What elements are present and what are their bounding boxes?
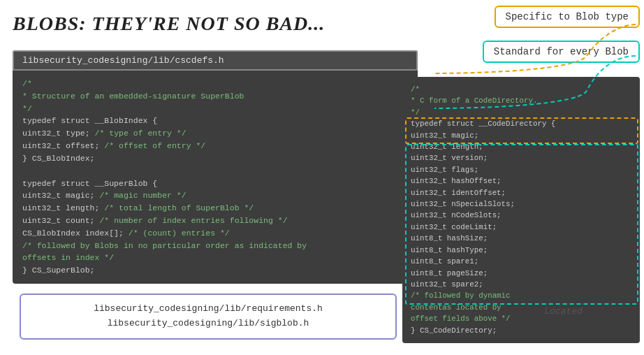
right-code-block: /* * C form of a CodeDirectory. */ typed…: [402, 77, 640, 343]
left-code-block: libsecurity_codesigning/lib/cscdefs.h /*…: [13, 50, 418, 284]
label-specific: Specific to Blob type: [495, 6, 640, 28]
code-body: typedef struct __CodeDirectory { uint32_…: [411, 119, 555, 334]
bottom-path-1: libsecurity_codesigning/lib/requirements…: [32, 302, 384, 317]
left-file-path: libsecurity_codesigning/lib/cscdefs.h: [13, 50, 418, 71]
label-standard: Standard for every Blob: [483, 41, 640, 63]
left-code-content: /* * Structure of an embedded-signature …: [13, 71, 418, 284]
code-comment: /* * C form of a CodeDirectory. */: [411, 85, 537, 117]
bottom-path-2: libsecurity_codesigning/lib/sigblob.h: [32, 317, 384, 331]
located-label: Located: [544, 306, 583, 317]
page-container: Blobs: They're not so bad... libsecurity…: [0, 0, 644, 355]
page-title: Blobs: They're not so bad...: [13, 13, 325, 35]
code-line: typedef struct __BlobIndex { uint32_t ty…: [22, 116, 307, 275]
bottom-paths-box: libsecurity_codesigning/lib/requirements…: [20, 294, 397, 340]
code-line: /* * Structure of an embedded-signature …: [22, 79, 244, 113]
